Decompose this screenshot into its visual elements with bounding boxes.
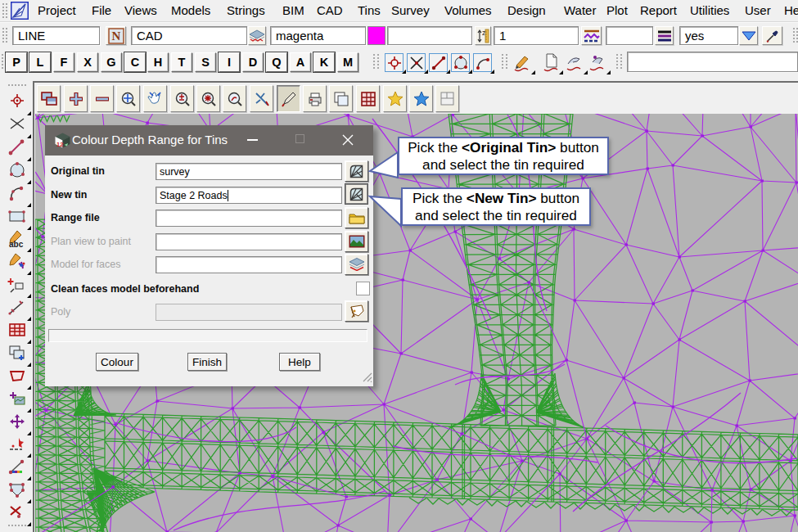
svg-text:abc: abc — [9, 240, 24, 249]
svg-text:N: N — [111, 29, 120, 43]
svg-text:12: 12 — [56, 141, 63, 148]
